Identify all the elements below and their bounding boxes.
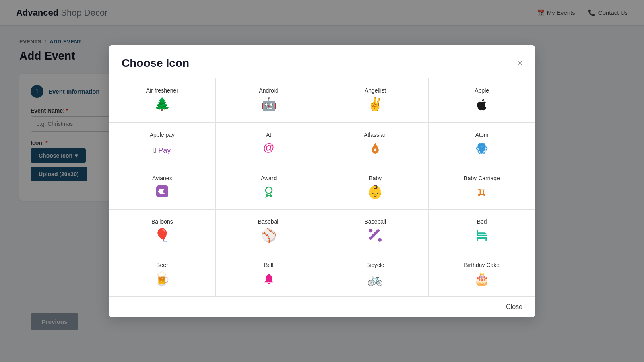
icon-cell-name: Android — [259, 87, 278, 94]
icon-cell-name: Bicycle — [366, 262, 384, 268]
icon-cell-name: Balloons — [151, 218, 173, 225]
icon-cell[interactable]: Award — [216, 166, 322, 210]
icon-cell-glyph: @ — [263, 142, 274, 153]
icon-cell[interactable]: Baby Carriage — [429, 166, 535, 210]
icon-cell-glyph: 🌲 — [154, 98, 170, 111]
icon-cell[interactable]: Avianex — [109, 166, 216, 210]
icon-cell-name: Bed — [477, 218, 487, 225]
icon-cell[interactable]: Birthday Cake🎂 — [429, 253, 535, 296]
modal-overlay[interactable]: Choose Icon × Air freshener🌲Android🤖Ange… — [0, 0, 644, 362]
icon-cell-glyph — [369, 142, 382, 157]
svg-point-5 — [266, 187, 272, 193]
modal-footer: Close — [109, 296, 535, 317]
modal-close-button[interactable]: × — [517, 59, 522, 68]
icon-cell-glyph: 🍺 — [154, 272, 170, 285]
svg-point-0 — [480, 147, 483, 150]
icon-cell-name: Apple — [475, 87, 489, 94]
icon-cell[interactable]: Beer🍺 — [109, 253, 216, 296]
icon-cell[interactable]: Bed — [429, 210, 535, 253]
modal-close-footer-button[interactable]: Close — [506, 303, 522, 311]
icon-cell-name: Birthday Cake — [464, 262, 500, 268]
icon-cell[interactable]: Air freshener🌲 — [109, 78, 216, 123]
icon-cell-glyph: 👶 — [367, 185, 383, 198]
icon-cell-glyph — [369, 229, 382, 244]
icon-cell-name: Bell — [264, 262, 273, 268]
modal-body[interactable]: Air freshener🌲Android🤖Angellist✌️AppleAp… — [109, 78, 535, 296]
icon-cell-name: Baby Carriage — [464, 175, 500, 181]
choose-icon-modal: Choose Icon × Air freshener🌲Android🤖Ange… — [109, 45, 535, 317]
icon-cell-name: Baseball — [365, 218, 386, 225]
icon-cell[interactable]: Baseball⚾ — [216, 210, 322, 253]
icon-cell[interactable]: At@ — [216, 123, 322, 166]
icon-cell-name: Baby — [369, 175, 382, 181]
modal-title: Choose Icon — [122, 57, 189, 70]
icon-cell-name: Apple pay — [150, 132, 175, 138]
icon-cell-glyph — [475, 98, 489, 113]
icon-cell-glyph: ⚾ — [261, 229, 277, 242]
icons-grid: Air freshener🌲Android🤖Angellist✌️AppleAp… — [109, 78, 535, 296]
icon-cell-glyph: ✌️ — [367, 98, 383, 111]
icon-cell-name: At — [266, 132, 271, 138]
icon-cell-name: Award — [261, 175, 277, 181]
modal-header: Choose Icon × — [109, 45, 535, 78]
icon-cell[interactable]: Angellist✌️ — [322, 78, 429, 123]
icon-cell-glyph — [475, 229, 488, 244]
icon-cell-name: Avianex — [152, 175, 172, 181]
icon-cell-glyph: 🎈 — [154, 229, 170, 242]
icon-cell[interactable]: Atlassian — [322, 123, 429, 166]
icon-cell-glyph — [475, 185, 488, 200]
icon-cell[interactable]: Atom — [429, 123, 535, 166]
icon-cell-glyph: 🚲 — [367, 272, 383, 285]
icon-cell-glyph — [262, 185, 275, 200]
icon-cell[interactable]: Apple — [429, 78, 535, 123]
icon-cell[interactable]: Baby👶 — [322, 166, 429, 210]
icon-cell-name: Baseball — [258, 218, 280, 225]
icon-cell[interactable]: Apple pay Pay — [109, 123, 216, 166]
icon-cell[interactable]: Bell — [216, 253, 322, 296]
icon-cell-name: Atom — [475, 132, 489, 138]
icon-cell-name: Angellist — [365, 87, 386, 94]
icon-cell-name: Beer — [156, 262, 168, 268]
icon-cell[interactable]: Baseball — [322, 210, 429, 253]
icon-cell-glyph — [156, 185, 168, 200]
icon-cell-glyph: 🎂 — [474, 272, 490, 285]
icon-cell-glyph — [262, 272, 275, 287]
icon-cell[interactable]: Android🤖 — [216, 78, 322, 123]
icon-cell-glyph:  Pay — [154, 142, 171, 155]
icon-cell[interactable]: Balloons🎈 — [109, 210, 216, 253]
icon-cell-name: Air freshener — [146, 87, 178, 94]
icon-cell[interactable]: Bicycle🚲 — [322, 253, 429, 296]
icon-cell-glyph: 🤖 — [261, 98, 277, 111]
icon-cell-glyph — [475, 142, 488, 157]
icon-cell-name: Atlassian — [364, 132, 387, 138]
